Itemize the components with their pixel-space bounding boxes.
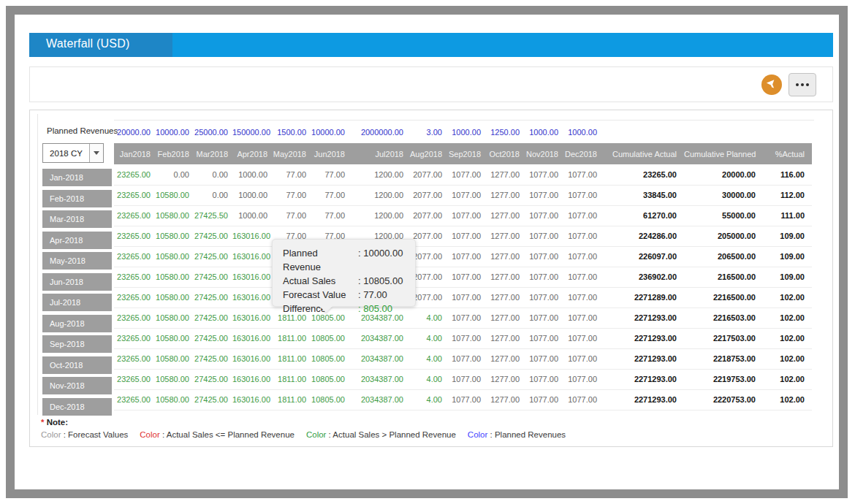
forecast-cell[interactable]: 1077.00	[524, 246, 563, 267]
actual-sales-cell[interactable]: 10580.00	[155, 226, 194, 246]
summary-header-cell[interactable]: Cumulative Planned	[684, 143, 763, 164]
cumulative-actual-cell[interactable]: 61270.00	[601, 205, 684, 226]
actual-sales-cell[interactable]: 27425.50	[194, 205, 232, 226]
actual-sales-cell[interactable]: 23265.00	[114, 205, 155, 226]
cumulative-planned-cell[interactable]: 2218753.00	[684, 348, 763, 369]
planned-revenue-cell[interactable]: 150000.00	[232, 121, 272, 143]
actual-sales-cell[interactable]: 23265.00	[114, 328, 155, 348]
actual-sales-cell[interactable]: 4.00	[408, 389, 446, 410]
cumulative-actual-cell[interactable]: 2271293.00	[601, 308, 684, 328]
cumulative-planned-cell[interactable]: 20000.00	[684, 164, 763, 185]
forecast-cell[interactable]: 1077.00	[446, 185, 485, 205]
actual-sales-cell[interactable]: 1811.00	[272, 369, 311, 389]
planned-revenue-cell[interactable]: 10000.00	[311, 121, 349, 143]
forecast-cell[interactable]: 1077.00	[524, 164, 563, 185]
actual-sales-cell[interactable]: 10805.00	[311, 369, 349, 389]
planned-revenue-cell[interactable]: 1500.00	[272, 121, 311, 143]
month-header-cell[interactable]: Jun2018	[311, 143, 349, 164]
actual-sales-cell[interactable]: 10805.00	[311, 348, 349, 369]
pct-actual-cell[interactable]: 109.00	[763, 226, 812, 246]
actual-sales-cell[interactable]: 27425.00	[194, 348, 232, 369]
forecast-cell[interactable]: 1077.00	[563, 348, 601, 369]
actual-sales-cell[interactable]: 10805.00	[311, 389, 349, 410]
pct-actual-cell[interactable]: 111.00	[763, 205, 812, 226]
forecast-cell[interactable]: 1277.00	[485, 226, 524, 246]
forecast-cell[interactable]: 1277.00	[485, 185, 524, 205]
actual-sales-cell[interactable]: 1811.00	[272, 389, 311, 410]
cumulative-actual-cell[interactable]: 224286.00	[601, 226, 684, 246]
actual-sales-cell[interactable]: 1811.00	[272, 328, 311, 348]
cumulative-planned-cell[interactable]: 2220753.00	[684, 389, 763, 410]
actual-sales-cell[interactable]: 163016.00	[232, 226, 272, 246]
cumulative-actual-cell[interactable]: 33845.00	[601, 185, 684, 205]
pct-actual-cell[interactable]: 109.00	[763, 267, 812, 287]
forecast-cell[interactable]: 1000.00	[232, 164, 272, 185]
month-header-cell[interactable]: Jan2018	[114, 143, 155, 164]
forecast-cell[interactable]: 1200.00	[349, 164, 408, 185]
summary-header-cell[interactable]: %Actual	[763, 143, 812, 164]
forecast-cell[interactable]: 1277.00	[485, 389, 524, 410]
forecast-cell[interactable]: 77.00	[311, 185, 349, 205]
actual-sales-cell[interactable]: 10580.00	[155, 205, 194, 226]
more-options-button[interactable]	[788, 73, 816, 96]
forecast-cell[interactable]: 1077.00	[524, 205, 563, 226]
row-header-apr-2018[interactable]: Apr-2018	[42, 232, 112, 249]
forecast-cell[interactable]: 1277.00	[485, 369, 524, 389]
row-header-oct-2018[interactable]: Oct-2018	[42, 356, 112, 374]
cumulative-planned-cell[interactable]: 216500.00	[684, 267, 763, 287]
actual-sales-cell[interactable]: 10580.00	[155, 308, 194, 328]
forecast-cell[interactable]: 1277.00	[485, 164, 524, 185]
planned-revenue-cell[interactable]: 1250.00	[485, 121, 524, 143]
actual-sales-cell[interactable]: 10580.00	[155, 246, 194, 267]
actual-sales-cell[interactable]: 23265.00	[114, 185, 155, 205]
actual-sales-cell[interactable]: 27425.00	[194, 246, 232, 267]
month-header-cell[interactable]: Apr2018	[232, 143, 272, 164]
forecast-cell[interactable]: 1200.00	[349, 185, 408, 205]
forecast-cell[interactable]: 1200.00	[349, 205, 408, 226]
actual-sales-cell[interactable]: 163016.00	[232, 369, 272, 389]
forecast-cell[interactable]: 1077.00	[563, 369, 601, 389]
forecast-cell[interactable]: 1000.00	[232, 205, 272, 226]
actual-sales-cell[interactable]: 10580.00	[155, 185, 194, 205]
actual-sales-cell[interactable]: 27425.00	[194, 226, 232, 246]
month-header-cell[interactable]: Dec2018	[563, 143, 601, 164]
forecast-cell[interactable]: 1077.00	[524, 267, 563, 287]
row-header-may-2018[interactable]: May-2018	[42, 252, 112, 270]
actual-sales-cell[interactable]: 23265.00	[114, 348, 155, 369]
actual-sales-cell[interactable]: 4.00	[408, 369, 446, 389]
actual-sales-cell[interactable]: 4.00	[408, 348, 446, 369]
month-header-cell[interactable]: Sep2018	[446, 143, 485, 164]
actual-sales-cell[interactable]: 23265.00	[114, 246, 155, 267]
month-header-cell[interactable]: Feb2018	[155, 143, 194, 164]
forecast-cell[interactable]: 1077.00	[524, 389, 563, 410]
actual-sales-cell[interactable]: 10580.00	[155, 369, 194, 389]
pct-actual-cell[interactable]: 112.00	[763, 185, 812, 205]
actual-sales-cell[interactable]: 27425.00	[194, 267, 232, 287]
forecast-cell[interactable]: 1077.00	[446, 267, 485, 287]
forecast-cell[interactable]: 1077.00	[563, 205, 601, 226]
forecast-cell[interactable]: 77.00	[311, 205, 349, 226]
pct-actual-cell[interactable]: 102.00	[763, 348, 812, 369]
actual-sales-cell[interactable]: 2034387.00	[349, 389, 408, 410]
forecast-cell[interactable]: 1277.00	[485, 246, 524, 267]
planned-revenue-cell[interactable]: 10000.00	[155, 121, 194, 143]
forecast-cell[interactable]: 1077.00	[446, 287, 485, 308]
cumulative-planned-cell[interactable]: 30000.00	[684, 185, 763, 205]
cumulative-planned-cell[interactable]: 2219753.00	[684, 369, 763, 389]
row-header-jun-2018[interactable]: Jun-2018	[42, 273, 112, 291]
pct-actual-cell[interactable]: 109.00	[763, 246, 812, 267]
actual-sales-cell[interactable]: 10580.00	[155, 389, 194, 410]
forecast-cell[interactable]: 1077.00	[446, 348, 485, 369]
cumulative-actual-cell[interactable]: 2271293.00	[601, 328, 684, 348]
actual-sales-cell[interactable]: 163016.00	[232, 328, 272, 348]
forecast-cell[interactable]: 1077.00	[446, 205, 485, 226]
cumulative-actual-cell[interactable]: 226097.00	[601, 246, 684, 267]
month-header-cell[interactable]: Mar2018	[194, 143, 232, 164]
planned-revenue-cell[interactable]: 25000.00	[194, 121, 232, 143]
filter-button[interactable]	[761, 75, 782, 95]
actual-sales-cell[interactable]: 2034387.00	[349, 348, 408, 369]
forecast-cell[interactable]: 1277.00	[485, 328, 524, 348]
row-header-dec-2018[interactable]: Dec-2018	[42, 398, 112, 416]
forecast-cell[interactable]: 1277.00	[485, 267, 524, 287]
actual-sales-cell[interactable]: 163016.00	[232, 246, 272, 267]
